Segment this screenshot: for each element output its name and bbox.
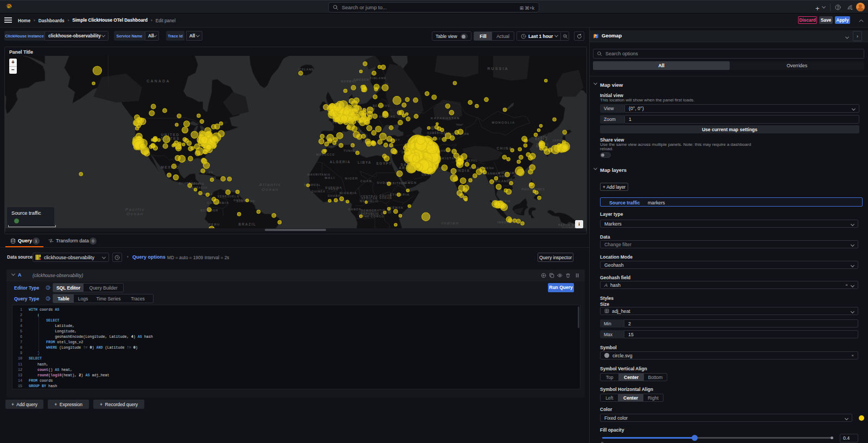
svg-text:SWEDEN: SWEDEN xyxy=(354,78,369,81)
svg-text:RUSSIA: RUSSIA xyxy=(487,67,509,70)
svg-text:NIGER: NIGER xyxy=(345,177,358,180)
svg-text:GUINEA: GUINEA xyxy=(311,190,326,193)
svg-text:CANADA: CANADA xyxy=(146,79,170,83)
svg-text:VENEZUELA: VENEZUELA xyxy=(218,195,239,198)
svg-text:PERU: PERU xyxy=(209,223,220,226)
svg-text:SUDAN: SUDAN xyxy=(379,196,392,200)
svg-text:Atlantic: Atlantic xyxy=(258,182,281,187)
svg-text:YEMEN: YEMEN xyxy=(403,181,417,184)
svg-text:UNITED: UNITED xyxy=(161,133,180,137)
svg-text:MALI: MALI xyxy=(325,176,335,179)
svg-text:GABON: GABON xyxy=(348,208,361,211)
svg-text:THE CONGO: THE CONGO xyxy=(362,215,384,218)
svg-text:Ocean: Ocean xyxy=(261,187,279,192)
svg-text:CHAD: CHAD xyxy=(360,179,372,183)
svg-text:MONGOLIA: MONGOLIA xyxy=(492,121,515,124)
svg-text:EGYPT: EGYPT xyxy=(376,162,392,165)
svg-text:ALGERIA: ALGERIA xyxy=(330,160,351,164)
svg-text:LIBYA: LIBYA xyxy=(358,160,372,164)
svg-text:GHANA: GHANA xyxy=(328,194,341,197)
svg-text:KENYA: KENYA xyxy=(390,206,404,209)
svg-text:NEPAL: NEPAL xyxy=(466,159,478,162)
svg-text:REPUBLIC: REPUBLIC xyxy=(360,200,379,203)
svg-text:ICELAND: ICELAND xyxy=(298,68,314,71)
svg-text:Indian: Indian xyxy=(442,221,459,226)
svg-text:KAZAKHSTAN: KAZAKHSTAN xyxy=(431,117,460,120)
svg-text:FINLAND: FINLAND xyxy=(370,76,386,80)
svg-text:INDIA: INDIA xyxy=(456,169,470,172)
svg-text:BRAZIL: BRAZIL xyxy=(238,222,256,226)
svg-text:CHINA: CHINA xyxy=(496,146,512,150)
svg-text:FASO: FASO xyxy=(329,188,339,191)
svg-text:MOROCCO: MOROCCO xyxy=(316,153,335,156)
svg-text:MEXICO: MEXICO xyxy=(161,165,180,169)
svg-text:NIGERIA: NIGERIA xyxy=(340,191,358,195)
svg-text:Ocean: Ocean xyxy=(126,211,144,216)
